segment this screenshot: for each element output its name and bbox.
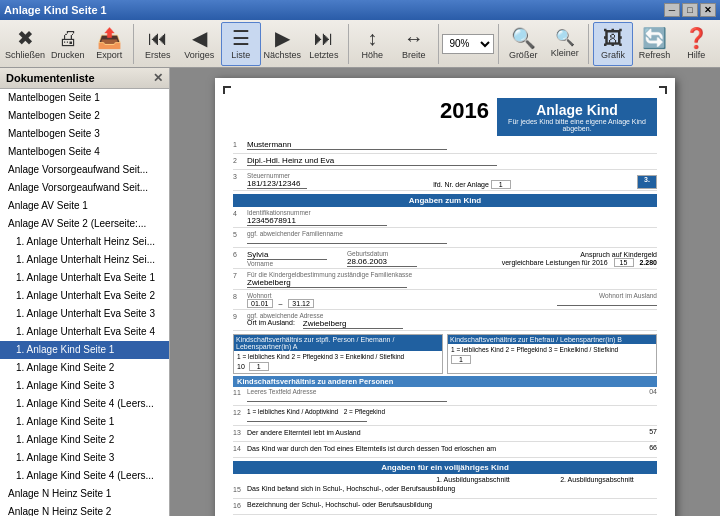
breite-button[interactable]: ↔ Breite bbox=[394, 22, 434, 66]
zoom-select[interactable]: 90% 75% 100% 125% bbox=[442, 34, 494, 54]
sidebar-header: Dokumentenliste ✕ bbox=[0, 68, 169, 89]
refresh-button[interactable]: 🔄 Refresh bbox=[635, 22, 675, 66]
zoom-control: 90% 75% 100% 125% bbox=[442, 34, 494, 54]
sidebar-item-18[interactable]: 1. Anlage Kind Seite 1 bbox=[0, 413, 169, 431]
schliessen-button[interactable]: ✖ Schließen bbox=[4, 22, 46, 66]
ausbildung1-label: 1. Ausbildungsabschnitt bbox=[413, 476, 533, 483]
separator-5 bbox=[588, 24, 589, 64]
maximize-button[interactable]: □ bbox=[682, 3, 698, 17]
hilfe-label: Hilfe bbox=[687, 50, 705, 60]
liste-button[interactable]: ☰ Liste bbox=[221, 22, 261, 66]
corner-tl bbox=[223, 86, 231, 94]
sidebar-item-21[interactable]: 1. Anlage Kind Seite 4 (Leers... bbox=[0, 467, 169, 485]
sidebar-item-22[interactable]: Anlage N Heinz Seite 1 bbox=[0, 485, 169, 503]
sidebar-close-button[interactable]: ✕ bbox=[153, 71, 163, 85]
doc-viewer[interactable]: Anlage Kind Für jedes Kind bitte eine ei… bbox=[170, 68, 720, 516]
sidebar-item-3[interactable]: Mantelbogen Seite 4 bbox=[0, 143, 169, 161]
sidebar-item-15[interactable]: 1. Anlage Kind Seite 2 bbox=[0, 359, 169, 377]
sidebar-item-7[interactable]: Anlage AV Seite 2 (Leerseite:... bbox=[0, 215, 169, 233]
doc-row-9: 9 ggf. abweichende Adresse Ort im Auslan… bbox=[233, 312, 657, 331]
refresh-icon: 🔄 bbox=[642, 28, 667, 48]
sidebar-item-14[interactable]: 1. Anlage Kind Seite 1 bbox=[0, 341, 169, 359]
kindschaft-header-b: Kindschaftsverhältnis zur Ehefrau / Lebe… bbox=[448, 335, 656, 344]
kleiner-button[interactable]: 🔍 Kleiner bbox=[545, 22, 585, 66]
title-bar: Anlage Kind Seite 1 ─ □ ✕ bbox=[0, 0, 720, 20]
export-button[interactable]: 📤 Export bbox=[90, 22, 130, 66]
sidebar-item-5[interactable]: Anlage Vorsorgeaufwand Seit... bbox=[0, 179, 169, 197]
sidebar-item-4[interactable]: Anlage Vorsorgeaufwand Seit... bbox=[0, 161, 169, 179]
kindergeld-amount: 2.280 bbox=[639, 259, 657, 266]
doc-row-6: 6 Sylvia Vorname Geburtsdatum 28.06.2003… bbox=[233, 250, 657, 269]
sidebar-item-12[interactable]: 1. Anlage Unterhalt Eva Seite 3 bbox=[0, 305, 169, 323]
hoehe-button[interactable]: ↕ Höhe bbox=[353, 22, 393, 66]
sidebar-item-19[interactable]: 1. Anlage Kind Seite 2 bbox=[0, 431, 169, 449]
sidebar-item-2[interactable]: Mantelbogen Seite 3 bbox=[0, 125, 169, 143]
field-familienname bbox=[247, 243, 447, 244]
last-icon: ⏭ bbox=[314, 28, 334, 48]
sidebar-item-8[interactable]: 1. Anlage Unterhalt Heinz Sei... bbox=[0, 233, 169, 251]
voriges-button[interactable]: ◀ Voriges bbox=[180, 22, 220, 66]
next-icon: ▶ bbox=[275, 28, 290, 48]
groesser-button[interactable]: 🔍 Größer bbox=[503, 22, 543, 66]
toolbar: ✖ Schließen 🖨 Drucken 📤 Export ⏮ Erstes … bbox=[0, 20, 720, 68]
voriges-label: Voriges bbox=[184, 50, 214, 60]
drucken-label: Drucken bbox=[51, 50, 85, 60]
window-controls: ─ □ ✕ bbox=[664, 3, 716, 17]
letztes-label: Letztes bbox=[309, 50, 338, 60]
sidebar-item-9[interactable]: 1. Anlage Unterhalt Heinz Sei... bbox=[0, 251, 169, 269]
doc-row-4: 4 Identifikationsnummer 12345678911 bbox=[233, 209, 657, 228]
drucken-button[interactable]: 🖨 Drucken bbox=[48, 22, 88, 66]
anlage-nr-value: 1 bbox=[491, 180, 511, 189]
kindergeld-value: 15 bbox=[614, 258, 634, 267]
sidebar: Dokumentenliste ✕ Mantelbogen Seite 1Man… bbox=[0, 68, 170, 516]
wohnort-to: 31.12 bbox=[288, 299, 314, 308]
erstes-button[interactable]: ⏮ Erstes bbox=[138, 22, 178, 66]
kindschaft-value-a: 1 bbox=[249, 362, 269, 371]
hilfe-button[interactable]: ❓ Hilfe bbox=[676, 22, 716, 66]
sidebar-item-16[interactable]: 1. Anlage Kind Seite 3 bbox=[0, 377, 169, 395]
schliessen-label: Schließen bbox=[5, 50, 45, 60]
prev-icon: ◀ bbox=[192, 28, 207, 48]
separator-3 bbox=[438, 24, 439, 64]
main-content: Dokumentenliste ✕ Mantelbogen Seite 1Man… bbox=[0, 68, 720, 516]
field-id: 12345678911 bbox=[247, 216, 387, 226]
sidebar-item-20[interactable]: 1. Anlage Kind Seite 3 bbox=[0, 449, 169, 467]
window-title: Anlage Kind Seite 1 bbox=[4, 4, 664, 16]
minimize-button[interactable]: ─ bbox=[664, 3, 680, 17]
grafik-label: Grafik bbox=[601, 50, 625, 60]
doc-title-sub: Für jedes Kind bitte eine eigene Anlage … bbox=[505, 118, 649, 132]
sidebar-item-6[interactable]: Anlage AV Seite 1 bbox=[0, 197, 169, 215]
grafik-button[interactable]: 🖼 Grafik bbox=[593, 22, 633, 66]
anlage-nr-label: lfd. Nr. der Anlage bbox=[433, 181, 489, 188]
kindschaft-box-b: Kindschaftsverhältnis zur Ehefrau / Lebe… bbox=[447, 334, 657, 374]
sidebar-list: Mantelbogen Seite 1Mantelbogen Seite 2Ma… bbox=[0, 89, 169, 516]
sidebar-item-0[interactable]: Mantelbogen Seite 1 bbox=[0, 89, 169, 107]
sidebar-item-10[interactable]: 1. Anlage Unterhalt Eva Seite 1 bbox=[0, 269, 169, 287]
naechstes-button[interactable]: ▶ Nächstes bbox=[263, 22, 303, 66]
zoom-in-icon: 🔍 bbox=[511, 28, 536, 48]
export-label: Export bbox=[96, 50, 122, 60]
erstes-label: Erstes bbox=[145, 50, 171, 60]
close-button[interactable]: ✕ bbox=[700, 3, 716, 17]
refresh-label: Refresh bbox=[639, 50, 671, 60]
doc-title-main: Anlage Kind bbox=[505, 102, 649, 118]
field-name: Mustermann bbox=[247, 140, 447, 150]
sidebar-item-23[interactable]: Anlage N Heinz Seite 2 bbox=[0, 503, 169, 516]
doc-row-14: 14 Das Kind war durch den Tod eines Elte… bbox=[233, 444, 657, 458]
doc-row-1: 1 Mustermann bbox=[233, 140, 657, 154]
separator-1 bbox=[133, 24, 134, 64]
liste-label: Liste bbox=[231, 50, 250, 60]
ausbildung2-label: 2. Ausbildungsabschnitt bbox=[537, 476, 657, 483]
doc-row-12: 12 1 = leibliches Kind / Adoptivkind 2 =… bbox=[233, 408, 657, 426]
close-icon: ✖ bbox=[17, 28, 34, 48]
wohnort-from: 01.01 bbox=[247, 299, 273, 308]
section-andere: Kindschaftsverhältnis zu anderen Persone… bbox=[233, 376, 657, 387]
sidebar-item-13[interactable]: 1. Anlage Unterhalt Eva Seite 4 bbox=[0, 323, 169, 341]
sidebar-item-11[interactable]: 1. Anlage Unterhalt Eva Seite 2 bbox=[0, 287, 169, 305]
sidebar-item-17[interactable]: 1. Anlage Kind Seite 4 (Leers... bbox=[0, 395, 169, 413]
help-icon: ❓ bbox=[684, 28, 709, 48]
first-icon: ⏮ bbox=[148, 28, 168, 48]
letztes-button[interactable]: ⏭ Letztes bbox=[304, 22, 344, 66]
sidebar-item-1[interactable]: Mantelbogen Seite 2 bbox=[0, 107, 169, 125]
ort-im-ausland: Ort im Ausland: bbox=[247, 319, 295, 329]
